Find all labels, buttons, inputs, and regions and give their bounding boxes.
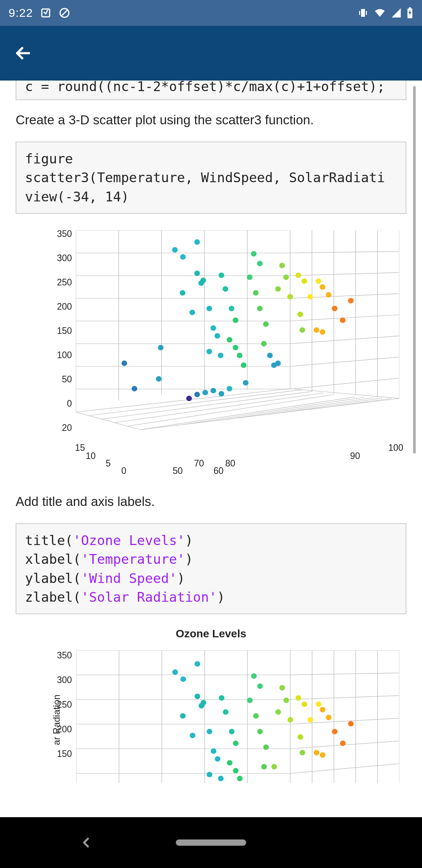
svg-point-38 [243, 380, 248, 386]
svg-point-92 [261, 764, 266, 769]
chart2-plot-area [76, 650, 399, 783]
svg-point-90 [257, 729, 263, 734]
code-block-labels: title('Ozone Levels') xlabel('Temperatur… [16, 523, 406, 614]
svg-point-96 [275, 709, 281, 715]
svg-point-104 [320, 707, 325, 712]
svg-point-24 [186, 396, 192, 401]
svg-point-21 [215, 333, 220, 339]
svg-point-77 [207, 772, 212, 777]
svg-point-66 [172, 669, 178, 675]
svg-rect-3 [359, 11, 360, 15]
svg-point-109 [340, 741, 345, 746]
paragraph-1: Create a 3-D scatter plot using the scat… [0, 100, 422, 142]
svg-point-18 [190, 310, 195, 315]
svg-point-106 [314, 750, 319, 755]
svg-point-54 [302, 278, 307, 284]
svg-point-61 [314, 327, 319, 333]
svg-point-35 [233, 345, 238, 350]
paragraph-2: Add title and axis labels. [0, 482, 422, 523]
svg-point-74 [207, 729, 212, 734]
svg-point-15 [194, 271, 200, 276]
svg-point-84 [233, 768, 238, 773]
svg-point-49 [279, 263, 285, 268]
svg-point-22 [206, 349, 212, 354]
screenshot-icon [40, 7, 52, 19]
svg-point-42 [253, 290, 258, 296]
svg-point-19 [206, 306, 212, 311]
svg-point-20 [211, 325, 216, 331]
svg-point-70 [195, 694, 200, 699]
svg-point-58 [316, 278, 321, 284]
chart2-title: Ozone Levels [0, 628, 422, 640]
svg-point-72 [200, 700, 206, 705]
svg-point-87 [257, 683, 263, 689]
code-block-scatter: figure scatter3(Temperature, WindSpeed, … [16, 142, 406, 214]
svg-point-43 [257, 306, 263, 311]
svg-point-65 [348, 298, 354, 303]
svg-point-14 [180, 290, 185, 296]
svg-point-59 [320, 284, 325, 290]
nav-home-pill[interactable] [176, 839, 246, 846]
svg-point-91 [263, 744, 269, 750]
svg-point-48 [275, 360, 281, 366]
chart-scatter3-2: ar Radiation 350 300 250 200 150 [16, 646, 406, 794]
svg-point-33 [233, 317, 238, 323]
svg-point-76 [215, 756, 220, 762]
svg-point-98 [295, 695, 301, 701]
scroll-indicator[interactable] [413, 86, 416, 454]
svg-point-46 [267, 353, 273, 358]
svg-point-28 [218, 391, 224, 396]
svg-point-99 [302, 701, 307, 707]
svg-point-12 [180, 254, 186, 260]
svg-point-97 [288, 717, 293, 723]
code-text: figure scatter3(Temperature, WindSpeed, … [25, 151, 385, 204]
svg-rect-2 [361, 9, 365, 17]
svg-point-69 [180, 713, 186, 719]
chart-scatter3-1: 350 300 250 200 150 100 50 0 20 [16, 224, 406, 476]
svg-point-75 [211, 748, 216, 754]
doc-content[interactable]: c = round((nc-1-2*offset)*c/max(c)+1+off… [0, 81, 422, 817]
svg-point-56 [299, 327, 305, 333]
svg-point-53 [295, 273, 301, 278]
cell-signal-icon [391, 7, 402, 18]
svg-point-68 [195, 661, 200, 667]
chart1-bottom-ticks: 15 100 10 90 5 70 80 0 50 60 [75, 443, 403, 476]
block-notify-icon [59, 7, 70, 19]
wifi-icon [374, 7, 386, 19]
svg-point-44 [263, 321, 268, 327]
svg-point-9 [158, 345, 163, 350]
svg-point-67 [181, 676, 186, 682]
svg-point-110 [348, 721, 354, 726]
svg-point-101 [300, 750, 305, 755]
svg-point-95 [283, 698, 289, 703]
svg-point-79 [219, 695, 224, 701]
svg-point-25 [194, 392, 200, 397]
svg-point-103 [316, 701, 321, 707]
svg-point-82 [233, 741, 238, 746]
svg-point-39 [251, 251, 256, 256]
svg-point-108 [332, 729, 337, 734]
nav-back-button[interactable] [78, 835, 94, 850]
svg-point-73 [190, 733, 195, 738]
svg-point-51 [275, 286, 281, 292]
chevron-left-icon [78, 835, 94, 850]
svg-point-100 [297, 734, 303, 740]
back-button[interactable] [9, 39, 37, 67]
svg-point-81 [229, 729, 234, 734]
svg-point-64 [340, 317, 345, 323]
android-status-bar: 9:22 [0, 0, 422, 26]
svg-point-55 [297, 312, 303, 317]
svg-point-60 [326, 292, 331, 298]
chart2-z-ticks: 350 300 250 200 150 [49, 650, 72, 773]
svg-point-23 [218, 353, 223, 358]
svg-point-34 [227, 337, 232, 343]
svg-point-94 [279, 685, 285, 690]
svg-point-13 [194, 239, 200, 245]
svg-point-89 [253, 713, 259, 719]
svg-point-45 [261, 341, 266, 346]
app-bar [0, 26, 422, 81]
svg-point-52 [287, 294, 293, 299]
svg-point-86 [251, 673, 257, 679]
svg-point-7 [122, 360, 127, 366]
svg-point-63 [332, 306, 337, 311]
